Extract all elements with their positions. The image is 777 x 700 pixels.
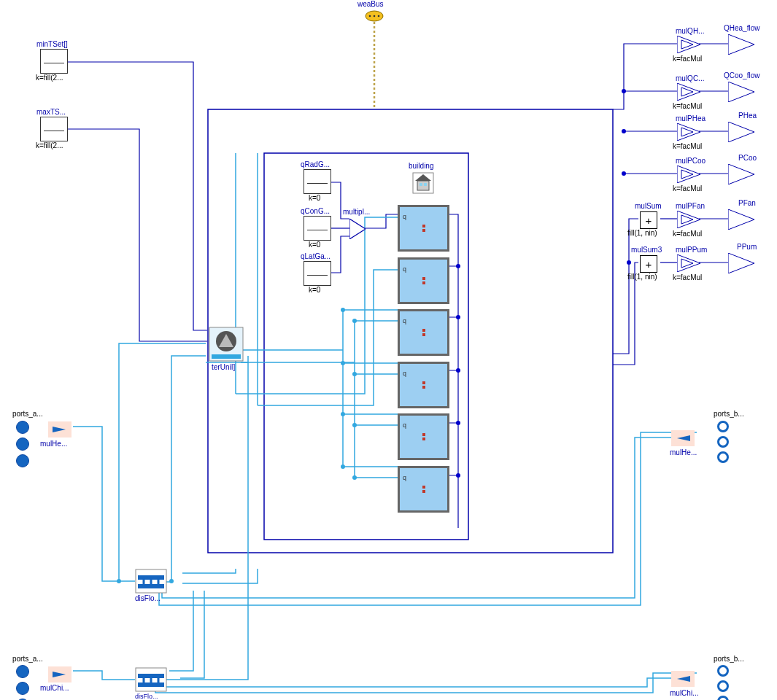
maxtset-label: maxTS...: [36, 108, 66, 116]
svg-marker-50: [728, 209, 754, 230]
ports-a-hea[interactable]: [16, 421, 29, 471]
mulchi-b[interactable]: [671, 671, 695, 687]
mulpcoo-gain[interactable]: [677, 166, 700, 183]
mulsum3-label: mulSum3: [631, 246, 662, 254]
pcoo-out[interactable]: [728, 164, 754, 184]
mulqhea-gain[interactable]: [677, 36, 700, 53]
terunit-block[interactable]: [209, 327, 244, 363]
ppum-out[interactable]: [728, 253, 754, 273]
svg-marker-38: [728, 34, 754, 55]
pfan-out[interactable]: [728, 209, 754, 230]
mintset-param: k=fill(2...: [36, 74, 63, 82]
mulpcoo-label: mulPCoo: [676, 157, 706, 165]
mulqcoo-gain[interactable]: [677, 83, 700, 101]
mulqhea-param: k=facMul: [673, 55, 702, 63]
qrad-block[interactable]: [304, 169, 331, 194]
svg-point-9: [352, 372, 357, 376]
ports-a-chi[interactable]: [16, 665, 29, 700]
svg-point-4: [341, 308, 345, 312]
svg-point-13: [456, 315, 460, 319]
svg-rect-28: [417, 181, 429, 190]
mulsum-label: mulSum: [635, 202, 662, 210]
svg-marker-53: [728, 253, 754, 273]
ports-b-hea-label: ports_b...: [714, 410, 744, 418]
mulsum3-param: fill(1, nin): [627, 273, 657, 281]
svg-point-19: [622, 171, 626, 176]
qcoo-out-label: QCoo_flow: [724, 71, 759, 79]
qcon-param: k=0: [309, 241, 320, 249]
disflo-1-label: disFlo...: [135, 594, 161, 602]
svg-point-11: [352, 475, 357, 480]
maxtset-block[interactable]: [40, 117, 68, 141]
mintset-block[interactable]: [40, 49, 68, 74]
qhea-out[interactable]: [728, 34, 754, 55]
multiplex-label: multipl...: [343, 208, 370, 216]
mulsum-block[interactable]: +: [640, 211, 657, 229]
zone-3[interactable]: q: [398, 309, 449, 356]
svg-point-7: [341, 464, 345, 469]
qcon-label: qConG...: [301, 207, 330, 215]
qlat-label: qLatGa...: [301, 252, 330, 260]
weabus-connector: [364, 9, 384, 24]
mulpfan-label: mulPFan: [676, 202, 705, 210]
qrad-label: qRadG...: [301, 160, 330, 168]
multiplex-block[interactable]: [349, 219, 366, 241]
mulsum-param: fill(1, nin): [627, 229, 657, 237]
mulphea-label: mulPHea: [676, 114, 706, 122]
disflo-1[interactable]: [135, 569, 164, 592]
mulppum-param: k=facMul: [673, 273, 702, 281]
weabus-label: weaBus: [357, 0, 384, 8]
zone-5[interactable]: q: [398, 413, 449, 460]
zone-6[interactable]: q: [398, 466, 449, 513]
svg-point-17: [622, 89, 626, 93]
svg-rect-33: [212, 354, 241, 359]
mulpfan-gain[interactable]: [677, 211, 700, 228]
ports-a-chi-label: ports_a...: [12, 655, 43, 663]
mulphea-gain[interactable]: [677, 123, 700, 141]
zone-1[interactable]: q: [398, 205, 449, 252]
svg-rect-30: [424, 183, 427, 186]
svg-marker-44: [728, 122, 754, 142]
svg-point-24: [378, 15, 380, 18]
mulchi-b-label: mulChi...: [670, 689, 698, 697]
ports-b-hea[interactable]: [717, 421, 729, 467]
zone-2[interactable]: q: [398, 257, 449, 304]
qlat-block[interactable]: [304, 261, 331, 286]
svg-point-3: [169, 579, 174, 583]
svg-point-18: [622, 129, 626, 133]
qcoo-out[interactable]: [728, 82, 754, 102]
terunit-label: terUniI]: [212, 363, 235, 371]
building-block[interactable]: [412, 172, 434, 194]
ppum-out-label: PPum: [737, 243, 757, 251]
mulsum3-block[interactable]: +: [640, 255, 657, 273]
svg-marker-41: [728, 82, 754, 102]
ports-b-chi[interactable]: [717, 665, 729, 700]
mulpfan-param: k=facMul: [673, 230, 702, 238]
mulqhea-label: mulQH...: [676, 27, 704, 35]
svg-point-23: [374, 15, 376, 18]
svg-rect-29: [420, 183, 422, 186]
svg-point-12: [456, 264, 460, 268]
disflo-2-label: disFlo...: [135, 693, 158, 700]
pfan-out-label: PFan: [738, 199, 756, 207]
mulhea-b-label: mulHe...: [670, 448, 697, 456]
svg-marker-25: [349, 219, 366, 239]
mintset-label: minTSet[]: [36, 40, 68, 48]
mulppum-gain[interactable]: [677, 254, 700, 272]
mulhea-b[interactable]: [671, 430, 695, 446]
ports-b-chi-label: ports_b...: [714, 655, 744, 663]
phea-out-label: PHea: [738, 112, 757, 120]
mulchi-a[interactable]: [48, 666, 71, 682]
svg-point-14: [456, 368, 460, 373]
maxtset-param: k=fill(2...: [36, 141, 63, 149]
mulppum-label: mulPPum: [676, 246, 707, 254]
qrad-param: k=0: [309, 194, 320, 202]
mulqcoo-label: mulQC...: [676, 74, 704, 82]
mulphea-param: k=facMul: [673, 142, 702, 150]
mulhea-a[interactable]: [48, 421, 71, 438]
phea-out[interactable]: [728, 122, 754, 142]
qcon-block[interactable]: [304, 216, 331, 241]
disflo-2[interactable]: [135, 667, 164, 691]
svg-point-22: [369, 15, 371, 18]
zone-4[interactable]: q: [398, 362, 449, 408]
